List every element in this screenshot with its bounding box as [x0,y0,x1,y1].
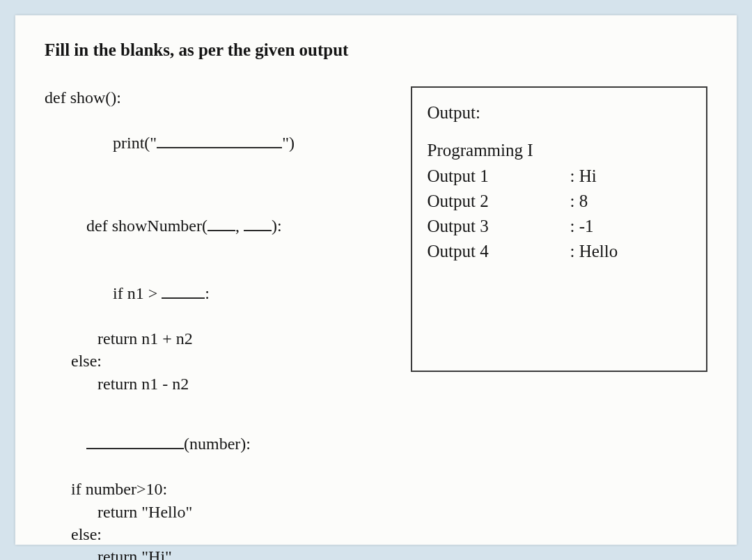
output-row: Output 1 : Hi [428,164,691,189]
output-box: Output: Programming I Output 1 : Hi Outp… [411,86,708,372]
code-text: if n1 > [113,284,162,302]
code-line: else: [45,523,394,545]
output-label: Output 3 [428,214,570,239]
output-row: Output 4 : Hello [428,239,691,264]
output-value: : -1 [570,214,594,239]
content-area: def show(): print("") def showNumber(, )… [45,86,707,560]
code-line: def showNumber(, ): [45,192,394,260]
code-column: def show(): print("") def showNumber(, )… [45,86,394,560]
output-row: Output 2 : 8 [428,189,691,214]
code-text: , [235,217,244,235]
code-text: print(" [113,134,157,152]
blank-2a [207,224,235,231]
output-header: Output: [428,100,691,125]
code-line: if number>10: [45,478,394,500]
code-text: (number): [184,435,251,453]
code-line: print("") [45,109,394,176]
code-line: return "Hello" [45,501,394,523]
code-text: ") [282,134,295,152]
code-text: : [205,284,210,302]
blank-4 [86,442,184,449]
blank-3 [162,292,205,299]
output-value: : 8 [570,189,588,214]
question-sheet: Fill in the blanks, as per the given out… [15,15,737,545]
output-label: Output 1 [428,164,570,189]
output-label: Output 2 [428,189,570,214]
output-value: : Hello [570,239,618,264]
code-line: else: [45,350,394,372]
output-row: Output 3 : -1 [428,214,691,239]
question-title: Fill in the blanks, as per the given out… [45,40,707,60]
output-line: Programming I [428,138,691,163]
code-line: return "Hi" [45,545,394,560]
code-text: def showNumber( [86,217,207,235]
code-line: (number): [45,410,394,478]
output-value: : Hi [570,164,597,189]
code-line: def show(): [45,86,394,109]
code-line: return n1 - n2 [45,373,394,395]
blank-1 [157,141,282,148]
output-label: Output 4 [428,239,570,264]
code-text: ): [272,217,282,235]
code-line: if n1 > : [45,260,394,327]
code-line: return n1 + n2 [45,327,394,350]
blank-2b [244,224,272,231]
